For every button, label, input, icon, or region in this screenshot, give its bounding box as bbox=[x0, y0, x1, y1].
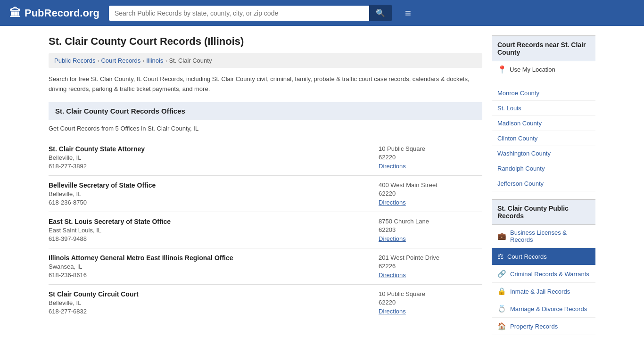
nearby-section-title: Court Records near St. Clair County bbox=[492, 35, 595, 61]
public-record-item[interactable]: ⚖ Court Records bbox=[492, 248, 595, 265]
public-record-link[interactable]: Marriage & Divorce Records bbox=[510, 305, 587, 313]
nearby-county-link[interactable]: St. Louis bbox=[497, 105, 521, 112]
public-record-link[interactable]: Criminal Records & Warrants bbox=[510, 271, 589, 278]
breadcrumb-public-records[interactable]: Public Records bbox=[54, 57, 95, 64]
nearby-county-item[interactable]: Randolph County bbox=[492, 161, 595, 176]
directions-link[interactable]: Directions bbox=[379, 272, 406, 279]
nearby-county-link[interactable]: Monroe County bbox=[497, 90, 539, 97]
search-container: 🔍 bbox=[109, 5, 392, 21]
office-left-3: Illinois Attorney General Metro East Ill… bbox=[49, 254, 379, 279]
office-left-0: St. Clair County State Attorney Bellevil… bbox=[49, 145, 379, 170]
office-name: East St. Louis Secretary of State Office bbox=[49, 218, 379, 225]
logo-text: PubRecord.org bbox=[25, 7, 99, 19]
directions-link[interactable]: Directions bbox=[379, 163, 406, 170]
breadcrumb-sep-1: › bbox=[97, 58, 99, 64]
office-entry: Belleville Secretary of State Office Bel… bbox=[49, 176, 482, 212]
header: 🏛 PubRecord.org 🔍 ≡ bbox=[0, 0, 644, 26]
nearby-county-item[interactable]: Monroe County bbox=[492, 86, 595, 101]
office-phone: 618-277-6832 bbox=[49, 308, 379, 315]
nearby-county-item[interactable]: Madison County bbox=[492, 116, 595, 131]
public-records-list: 💼 Business Licenses & Records ⚖ Court Re… bbox=[492, 225, 595, 335]
offices-list: St. Clair County State Attorney Bellevil… bbox=[49, 140, 482, 321]
offices-count: Get Court Records from 5 Offices in St. … bbox=[49, 125, 482, 132]
office-right-3: 201 West Pointe Drive 62226 Directions bbox=[379, 254, 482, 279]
page-description: Search for free St. Clair County, IL Cou… bbox=[49, 74, 482, 94]
main-container: St. Clair County Court Records (Illinois… bbox=[39, 26, 605, 345]
nearby-county-item[interactable]: Jefferson County bbox=[492, 176, 595, 191]
record-type-icon: ⚖ bbox=[497, 252, 504, 261]
office-entry: St. Clair County State Attorney Bellevil… bbox=[49, 140, 482, 176]
office-zip: 62203 bbox=[379, 226, 482, 233]
office-zip: 62220 bbox=[379, 190, 482, 197]
public-record-item[interactable]: 🔗 Criminal Records & Warrants bbox=[492, 265, 595, 283]
breadcrumb: Public Records › Court Records › Illinoi… bbox=[49, 53, 482, 68]
nearby-county-item[interactable]: St. Louis bbox=[492, 101, 595, 116]
office-left-2: East St. Louis Secretary of State Office… bbox=[49, 218, 379, 242]
nearby-counties-list: Monroe CountySt. LouisMadison CountyClin… bbox=[492, 86, 595, 191]
nearby-county-item[interactable]: Clinton County bbox=[492, 131, 595, 146]
logo-icon: 🏛 bbox=[9, 7, 21, 20]
office-name: Belleville Secretary of State Office bbox=[49, 181, 379, 189]
location-icon: 📍 bbox=[497, 65, 507, 74]
nearby-county-link[interactable]: Washington County bbox=[497, 150, 551, 157]
office-phone: 618-236-8616 bbox=[49, 272, 379, 279]
office-address: 400 West Main Street bbox=[379, 181, 482, 189]
nearby-list: 📍 Use My Location bbox=[492, 61, 595, 78]
breadcrumb-sep-3: › bbox=[165, 58, 167, 64]
office-address: 201 West Pointe Drive bbox=[379, 254, 482, 261]
directions-link[interactable]: Directions bbox=[379, 308, 406, 315]
public-record-link[interactable]: Court Records bbox=[507, 253, 547, 260]
record-type-icon: 🔒 bbox=[497, 287, 506, 296]
use-location-link[interactable]: Use My Location bbox=[510, 66, 555, 73]
page-title: St. Clair County Court Records (Illinois… bbox=[49, 35, 482, 48]
office-zip: 62220 bbox=[379, 154, 482, 161]
search-input[interactable] bbox=[109, 6, 369, 21]
directions-link[interactable]: Directions bbox=[379, 235, 406, 242]
public-record-link[interactable]: Property Records bbox=[510, 323, 558, 330]
office-entry: St Clair County Circuit Court Belleville… bbox=[49, 285, 482, 321]
office-address: 10 Public Square bbox=[379, 145, 482, 152]
office-right-4: 10 Public Square 62220 Directions bbox=[379, 290, 482, 315]
breadcrumb-current: St. Clair County bbox=[169, 57, 212, 64]
office-city: Swansea, IL bbox=[49, 263, 379, 270]
public-record-item[interactable]: 💼 Business Licenses & Records bbox=[492, 225, 595, 248]
office-zip: 62220 bbox=[379, 299, 482, 306]
office-name: Illinois Attorney General Metro East Ill… bbox=[49, 254, 379, 262]
office-right-2: 8750 Church Lane 62203 Directions bbox=[379, 218, 482, 242]
office-city: East Saint Louis, IL bbox=[49, 227, 379, 234]
directions-link[interactable]: Directions bbox=[379, 199, 406, 206]
public-record-item[interactable]: 🔒 Inmate & Jail Records bbox=[492, 283, 595, 300]
nearby-county-link[interactable]: Jefferson County bbox=[497, 180, 544, 187]
office-zip: 62226 bbox=[379, 263, 482, 270]
office-phone: 618-277-3892 bbox=[49, 163, 379, 170]
content: St. Clair County Court Records (Illinois… bbox=[49, 35, 482, 335]
office-name: St. Clair County State Attorney bbox=[49, 145, 379, 153]
nearby-county-link[interactable]: Clinton County bbox=[497, 135, 537, 142]
offices-section-header: St. Clair County Court Records Offices bbox=[49, 102, 482, 120]
record-type-icon: 🔗 bbox=[497, 270, 506, 278]
office-address: 8750 Church Lane bbox=[379, 218, 482, 225]
logo[interactable]: 🏛 PubRecord.org bbox=[9, 7, 99, 20]
nearby-county-link[interactable]: Randolph County bbox=[497, 165, 545, 172]
use-location-item[interactable]: 📍 Use My Location bbox=[492, 61, 595, 78]
search-button[interactable]: 🔍 bbox=[369, 5, 392, 21]
office-entry: East St. Louis Secretary of State Office… bbox=[49, 212, 482, 248]
office-address: 10 Public Square bbox=[379, 290, 482, 297]
office-right-0: 10 Public Square 62220 Directions bbox=[379, 145, 482, 170]
record-type-icon: 💍 bbox=[497, 304, 506, 313]
breadcrumb-sep-2: › bbox=[142, 58, 144, 64]
public-record-link[interactable]: Inmate & Jail Records bbox=[510, 288, 570, 295]
public-record-item[interactable]: 💍 Marriage & Divorce Records bbox=[492, 300, 595, 318]
public-records-section-title: St. Clair County Public Records bbox=[492, 199, 595, 225]
breadcrumb-court-records[interactable]: Court Records bbox=[101, 57, 140, 64]
nearby-county-item[interactable]: Washington County bbox=[492, 146, 595, 161]
breadcrumb-illinois[interactable]: Illinois bbox=[146, 57, 163, 64]
nearby-county-link[interactable]: Madison County bbox=[497, 120, 542, 127]
office-entry: Illinois Attorney General Metro East Ill… bbox=[49, 248, 482, 285]
office-city: Belleville, IL bbox=[49, 190, 379, 197]
record-type-icon: 💼 bbox=[497, 232, 506, 240]
public-record-item[interactable]: 🏠 Property Records bbox=[492, 318, 595, 335]
office-phone: 618-397-9488 bbox=[49, 235, 379, 242]
menu-button[interactable]: ≡ bbox=[401, 5, 415, 21]
public-record-link[interactable]: Business Licenses & Records bbox=[510, 229, 590, 243]
